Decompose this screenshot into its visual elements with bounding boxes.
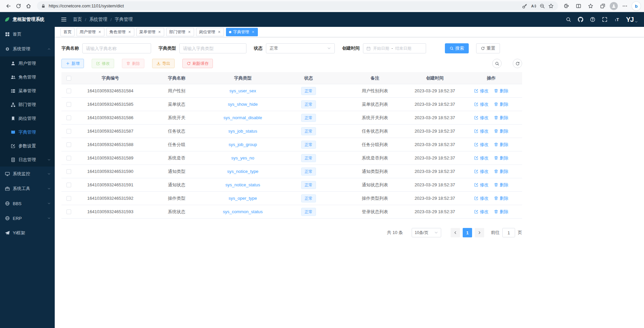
dict-name-input[interactable] xyxy=(82,43,151,53)
dict-type-link[interactable]: sys_notice_status xyxy=(225,182,260,187)
show-search-button[interactable] xyxy=(492,59,502,68)
row-checkbox[interactable] xyxy=(66,169,71,174)
tab[interactable]: 首页 xyxy=(60,28,75,36)
add-favorite-button[interactable] xyxy=(547,2,555,10)
row-delete-link[interactable]: 删除 xyxy=(494,182,508,188)
browser-home-button[interactable] xyxy=(24,1,34,11)
sidebar-item[interactable]: 首页 xyxy=(0,27,55,42)
row-checkbox[interactable] xyxy=(66,156,71,160)
zoom-button[interactable] xyxy=(538,2,547,10)
search-icon[interactable] xyxy=(566,17,571,22)
sidebar-item[interactable]: 岗位管理 xyxy=(0,111,55,125)
dict-type-link[interactable]: sys_notice_type xyxy=(227,169,258,174)
row-edit-link[interactable]: 修改 xyxy=(474,88,489,94)
row-delete-link[interactable]: 删除 xyxy=(494,115,508,121)
dict-type-link[interactable]: sys_normal_disable xyxy=(224,115,262,120)
dict-type-link[interactable]: sys_common_status xyxy=(223,209,263,214)
row-edit-link[interactable]: 修改 xyxy=(474,128,489,134)
sidebar-item[interactable]: 用户管理 xyxy=(0,56,55,70)
edit-button[interactable]: 修改 xyxy=(92,59,114,68)
extensions-button[interactable] xyxy=(561,1,571,11)
hamburger-icon[interactable] xyxy=(61,16,67,22)
row-delete-link[interactable]: 删除 xyxy=(494,169,508,175)
tab[interactable]: 部门管理 xyxy=(166,28,194,36)
sidebar-item[interactable]: 系统工具 xyxy=(0,181,55,196)
row-checkbox[interactable] xyxy=(66,89,71,93)
row-delete-link[interactable]: 删除 xyxy=(494,195,508,201)
row-checkbox[interactable] xyxy=(66,115,71,120)
row-edit-link[interactable]: 修改 xyxy=(474,169,489,175)
breadcrumb-section[interactable]: 系统管理 xyxy=(89,16,107,22)
sidebar-item[interactable]: 菜单管理 xyxy=(0,84,55,98)
dict-type-link[interactable]: sys_job_group xyxy=(229,142,257,147)
next-page-button[interactable] xyxy=(475,228,484,237)
row-edit-link[interactable]: 修改 xyxy=(474,195,489,201)
refresh-cache-button[interactable]: 刷新缓存 xyxy=(182,59,213,68)
sidebar-item[interactable]: ERP xyxy=(0,211,55,226)
breadcrumb-home[interactable]: 首页 xyxy=(73,16,82,22)
row-edit-link[interactable]: 修改 xyxy=(474,209,489,215)
row-delete-link[interactable]: 删除 xyxy=(494,88,508,94)
row-edit-link[interactable]: 修改 xyxy=(474,155,489,161)
close-icon[interactable] xyxy=(188,30,191,34)
dict-type-link[interactable]: sys_oper_type xyxy=(229,196,257,201)
row-delete-link[interactable]: 删除 xyxy=(494,101,508,107)
question-icon[interactable] xyxy=(590,17,595,22)
row-checkbox[interactable] xyxy=(66,142,71,147)
favorites-button[interactable] xyxy=(586,1,596,11)
sidebar-item[interactable]: 参数设置 xyxy=(0,139,55,153)
tab[interactable]: 字典管理 xyxy=(226,28,258,36)
browser-back-button[interactable] xyxy=(3,1,13,11)
sidebar-item[interactable]: 部门管理 xyxy=(0,98,55,111)
close-icon[interactable] xyxy=(128,30,131,34)
dict-type-link[interactable]: sys_job_status xyxy=(228,129,257,134)
select-all-checkbox[interactable] xyxy=(66,76,71,81)
close-icon[interactable] xyxy=(218,30,221,34)
reset-button[interactable]: 重置 xyxy=(476,43,500,53)
github-icon[interactable] xyxy=(578,17,583,22)
sidebar-item[interactable]: 系统监控 xyxy=(0,167,55,181)
row-edit-link[interactable]: 修改 xyxy=(474,142,489,148)
row-checkbox[interactable] xyxy=(66,102,71,107)
dict-type-link[interactable]: sys_show_hide xyxy=(228,102,258,107)
row-delete-link[interactable]: 删除 xyxy=(494,128,508,134)
refresh-table-button[interactable] xyxy=(513,59,522,68)
search-button[interactable]: 搜索 xyxy=(445,43,469,53)
current-page-button[interactable]: 1 xyxy=(463,228,472,237)
row-checkbox[interactable] xyxy=(66,196,71,201)
row-checkbox[interactable] xyxy=(66,129,71,134)
sidebar-item[interactable]: 角色管理 xyxy=(0,70,55,84)
add-button[interactable]: 新增 xyxy=(61,59,84,68)
tab[interactable]: 用户管理 xyxy=(77,28,104,36)
status-select[interactable]: 正常 xyxy=(266,43,335,53)
close-icon[interactable] xyxy=(98,30,101,34)
row-edit-link[interactable]: 修改 xyxy=(474,182,489,188)
sidebar-item[interactable]: BBS xyxy=(0,196,55,211)
row-checkbox[interactable] xyxy=(66,209,71,214)
browser-profile-avatar[interactable] xyxy=(610,2,618,10)
tab[interactable]: 菜单管理 xyxy=(136,28,164,36)
prev-page-button[interactable] xyxy=(451,228,460,237)
browser-refresh-button[interactable] xyxy=(13,1,24,11)
dict-type-link[interactable]: sys_yes_no xyxy=(231,155,255,160)
row-edit-link[interactable]: 修改 xyxy=(474,115,489,121)
row-delete-link[interactable]: 删除 xyxy=(494,142,508,148)
fullscreen-icon[interactable] xyxy=(602,17,607,22)
read-aloud-button[interactable]: A xyxy=(529,2,538,10)
tab[interactable]: 角色管理 xyxy=(106,28,134,36)
bing-copilot-icon[interactable]: b xyxy=(632,2,641,10)
page-size-select[interactable]: 10条/页 xyxy=(412,228,441,237)
row-delete-link[interactable]: 删除 xyxy=(494,155,508,161)
dict-type-link[interactable]: sys_user_sex xyxy=(229,88,256,93)
collections-button[interactable] xyxy=(598,1,608,11)
close-icon[interactable] xyxy=(158,30,161,34)
close-icon[interactable] xyxy=(251,30,255,34)
sidebar-item[interactable]: 字典管理 xyxy=(0,125,55,139)
split-screen-button[interactable] xyxy=(573,1,584,11)
browser-menu-button[interactable] xyxy=(620,1,630,11)
fontsize-icon[interactable]: tT xyxy=(614,17,619,22)
address-bar[interactable]: https://ccnetcore.com:1101/system/dict A xyxy=(37,1,558,10)
app-logo[interactable]: 意框架管理系统 xyxy=(0,12,55,27)
sidebar-item[interactable]: Yi框架 xyxy=(0,226,55,240)
row-delete-link[interactable]: 删除 xyxy=(494,209,508,215)
